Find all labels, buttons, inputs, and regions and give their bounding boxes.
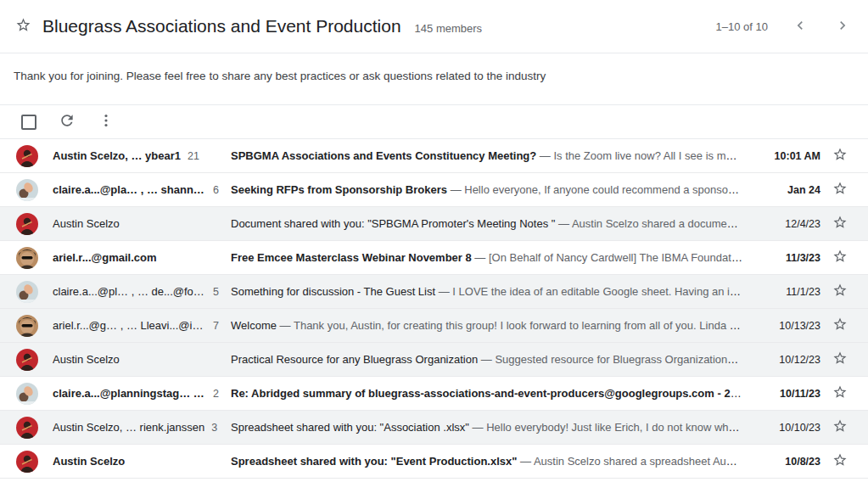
avatar-ariel — [16, 315, 38, 337]
thread-list: Austin Scelzo, … ybear1 21 SPBGMA Associ… — [0, 139, 868, 482]
thread-subject-line: Practical Resource for any Bluegrass Org… — [231, 353, 742, 366]
thread-senders-cell: Austin Scelzo — [53, 455, 219, 468]
group-star-button[interactable] — [12, 15, 34, 37]
thread-snippet: — Austin Scelzo shared a document Au… — [558, 217, 742, 230]
thread-snippet: — [On Behalf of Nancy Cardwell] The IBMA… — [474, 251, 742, 264]
select-all-checkbox[interactable] — [21, 115, 36, 130]
thread-row[interactable]: claire.a...@pla… , … shanna….. 6 Seeking… — [0, 173, 868, 207]
thread-senders-cell: claire.a...@pl… , … de...@forty… 5 — [53, 285, 219, 298]
thread-snippet: — Hello everybody! Just like Erich, I do… — [473, 421, 742, 434]
thread-senders: ariel.r...@gmail.com — [53, 251, 157, 264]
thread-row[interactable]: Austin Scelzo Spreadsheet shared with yo… — [0, 445, 868, 479]
thread-subject-line: Seeking RFPs from Sponsorship Brokers — … — [231, 183, 742, 196]
avatar-austin-scelzo — [16, 451, 38, 473]
avatar-austin-scelzo — [16, 145, 38, 167]
avatar-claire — [16, 179, 38, 201]
thread-row[interactable]: ariel.r...@gmail.com Free Emcee Mastercl… — [0, 241, 868, 275]
thread-subject-line: Re: Abridged summary of bluegrass-associ… — [231, 387, 742, 400]
thread-count: 2 — [213, 388, 219, 400]
thread-count: 5 — [213, 286, 219, 298]
thread-subject-line: SPBGMA Associations and Events Constitue… — [231, 149, 742, 162]
thread-snippet: — Suggested resource for Bluegrass Organ… — [481, 353, 742, 366]
thread-star-button[interactable] — [820, 343, 860, 377]
chevron-left-icon — [792, 17, 809, 36]
prev-page-button[interactable] — [790, 16, 810, 36]
star-outline-icon — [832, 215, 848, 233]
thread-count: 7 — [213, 320, 219, 332]
star-outline-icon — [832, 384, 848, 402]
pagination-label: 1–10 of 10 — [716, 20, 768, 33]
thread-count: 21 — [188, 150, 199, 162]
thread-row[interactable]: Austin Scelzo, … rienk.janssen 3 Spreads… — [0, 411, 868, 445]
thread-subject-line: Welcome — Thank you, Austin, for creatin… — [231, 319, 742, 332]
thread-subject-line: Free Emcee Masterclass Webinar November … — [231, 251, 742, 264]
thread-star-button[interactable] — [820, 411, 860, 445]
thread-row[interactable]: claire.a...@pl… , … de...@forty… 5 Somet… — [0, 275, 868, 309]
thread-star-button[interactable] — [820, 275, 860, 309]
star-outline-icon — [832, 350, 848, 368]
thread-star-button[interactable] — [820, 377, 860, 411]
refresh-button[interactable] — [57, 112, 77, 132]
thread-star-button[interactable] — [820, 173, 860, 207]
thread-row[interactable]: Austin Scelzo Practical Resource for any… — [0, 343, 868, 377]
thread-star-button[interactable] — [820, 445, 860, 479]
thread-subject: Practical Resource for any Bluegrass Org… — [231, 353, 478, 366]
group-title: Bluegrass Associations and Event Product… — [42, 16, 401, 36]
chevron-right-icon — [834, 17, 851, 36]
group-welcome-message: Thank you for joining. Please feel free … — [0, 53, 868, 105]
thread-date: 11/3/23 — [753, 252, 820, 264]
star-outline-icon — [832, 418, 848, 436]
thread-row[interactable]: Austin Scelzo, … ybear1 21 SPBGMA Associ… — [0, 139, 868, 173]
thread-subject: Spreadsheet shared with you: "Associatio… — [231, 421, 469, 434]
thread-date: 11/1/23 — [753, 286, 820, 298]
next-page-button[interactable] — [832, 16, 853, 36]
thread-senders: Austin Scelzo, … ybear1 — [53, 149, 181, 162]
more-options-button[interactable] — [96, 112, 116, 132]
avatar-austin-scelzo — [16, 417, 38, 439]
thread-star-button[interactable] — [820, 207, 860, 241]
avatar-claire — [16, 383, 38, 405]
thread-senders-cell: Austin Scelzo, … rienk.janssen 3 — [53, 421, 219, 434]
thread-subject: Document shared with you: "SPBGMA Promot… — [231, 217, 555, 230]
thread-star-button[interactable] — [820, 309, 860, 343]
members-count[interactable]: 145 members — [415, 22, 482, 35]
thread-senders-cell: claire.a...@pla… , … shanna….. 6 — [53, 183, 219, 196]
thread-row[interactable]: claire.a...@planningstag… , e… 2 Re: Abr… — [0, 377, 868, 411]
thread-star-button[interactable] — [820, 139, 860, 173]
thread-date: 10/13/23 — [753, 320, 820, 332]
thread-senders: Austin Scelzo, … rienk.janssen — [53, 421, 204, 434]
star-outline-icon — [15, 17, 31, 36]
refresh-icon — [59, 112, 76, 132]
thread-senders: Austin Scelzo — [53, 217, 120, 230]
thread-senders-cell: Austin Scelzo — [53, 217, 219, 230]
thread-senders: claire.a...@pl… , … de...@forty… — [53, 285, 206, 298]
thread-senders: claire.a...@planningstag… , e… — [53, 387, 206, 400]
thread-star-button[interactable] — [820, 241, 860, 275]
more-vert-icon — [98, 112, 115, 132]
thread-senders: ariel.r...@g… , … Lleavi...@icl… — [53, 319, 206, 332]
thread-date: 10/11/23 — [753, 388, 820, 400]
thread-count: 3 — [211, 422, 217, 434]
thread-senders-cell: Austin Scelzo — [53, 353, 219, 366]
thread-senders: Austin Scelzo — [53, 455, 125, 468]
thread-subject-line: Something for discussion - The Guest Lis… — [231, 285, 742, 298]
thread-senders-cell: Austin Scelzo, … ybear1 21 — [53, 149, 219, 162]
thread-count: 6 — [213, 184, 219, 196]
thread-senders: Austin Scelzo — [53, 353, 120, 366]
thread-subject: Seeking RFPs from Sponsorship Brokers — [231, 183, 447, 196]
thread-list-toolbar — [0, 105, 868, 139]
avatar-austin-scelzo — [16, 213, 38, 235]
thread-date: 10/8/23 — [753, 456, 820, 468]
star-outline-icon — [832, 181, 848, 199]
thread-row[interactable]: ariel.r...@g… , … Lleavi...@icl… 7 Welco… — [0, 309, 868, 343]
thread-row[interactable]: Austin Scelzo Document shared with you: … — [0, 207, 868, 241]
group-title-area: Bluegrass Associations and Event Product… — [34, 16, 482, 36]
thread-date: 10/12/23 — [753, 354, 820, 366]
thread-date: 12/4/23 — [753, 218, 820, 230]
thread-date: 10:01 AM — [753, 150, 820, 162]
thread-senders-cell: ariel.r...@g… , … Lleavi...@icl… 7 — [53, 319, 219, 332]
thread-subject-line: Spreadsheet shared with you: "Associatio… — [231, 421, 742, 434]
thread-subject: Re: Abridged summary of bluegrass-associ… — [231, 387, 742, 400]
thread-snippet: — Is the Zoom live now? All I see is me.… — [540, 149, 742, 162]
avatar-ariel — [16, 247, 38, 269]
